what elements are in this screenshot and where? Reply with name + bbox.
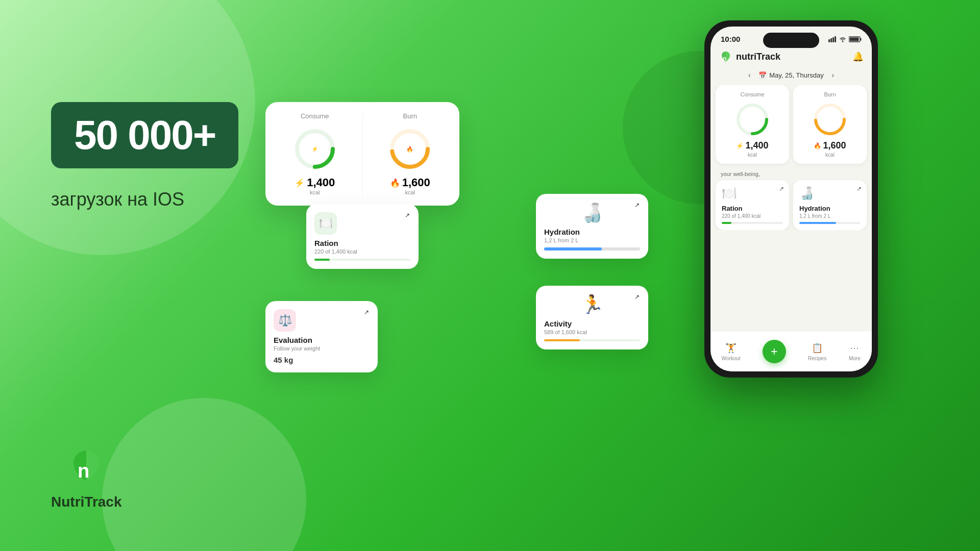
svg-rect-7 bbox=[830, 38, 832, 42]
svg-rect-11 bbox=[861, 38, 862, 40]
burn-card-unit: kcal bbox=[825, 152, 835, 158]
ration-mini-icon: 🍽️ bbox=[722, 186, 783, 201]
consume-value: ⚡ 1,400 bbox=[295, 176, 335, 189]
float-eval-card: ↗ ⚖️ Evaluation Follow your weight 45 kg bbox=[265, 301, 378, 372]
hydration-mini-title: Hydration bbox=[799, 205, 861, 212]
hydration-mini-arrow: ↗ bbox=[856, 185, 862, 192]
prev-date-button[interactable]: ‹ bbox=[744, 70, 754, 80]
next-date-button[interactable]: › bbox=[828, 70, 838, 80]
svg-text:n: n bbox=[78, 460, 89, 482]
consume-donut: ⚡ bbox=[292, 126, 338, 172]
ration-mini-progress bbox=[722, 222, 731, 224]
eval-value: 45 kg bbox=[274, 356, 370, 364]
ration-progress-fill bbox=[314, 259, 330, 261]
svg-rect-12 bbox=[850, 37, 859, 41]
calendar-icon: 📅 bbox=[758, 71, 767, 79]
eval-title: Evaluation bbox=[274, 336, 370, 344]
signal-icon bbox=[828, 36, 837, 42]
activity-progress-fill bbox=[544, 339, 580, 341]
phone-body: 10:00 bbox=[704, 20, 878, 378]
app-name: nutriTrack bbox=[736, 52, 780, 62]
add-button[interactable]: + bbox=[763, 340, 786, 363]
consume-card-value: 1,400 bbox=[745, 140, 768, 151]
float-hydration-card: ↗ 🍶 Hydration 1,2 L from 2 L bbox=[536, 194, 648, 259]
svg-rect-8 bbox=[832, 37, 834, 42]
app-content: Consume ⚡ 1,400 kcal bbox=[710, 85, 872, 230]
status-icons bbox=[828, 36, 862, 42]
burn-label: Burn bbox=[403, 112, 417, 120]
recipes-label: Recipes bbox=[808, 356, 826, 361]
activity-progress-bg bbox=[544, 339, 640, 341]
app-header: n nutriTrack 🔔 bbox=[710, 47, 872, 68]
burn-card-donut bbox=[812, 102, 848, 137]
consume-card: Consume ⚡ 1,400 kcal bbox=[716, 85, 789, 164]
more-label: More bbox=[849, 356, 861, 361]
download-number: 50 000+ bbox=[74, 115, 215, 156]
hydration-mini-card: ↗ 🍶 Hydration 1,2 L from 2 L bbox=[793, 180, 867, 230]
ration-title: Ration bbox=[314, 239, 410, 247]
bottom-grid: ↗ 🍽️ Ration 220 of 1,400 kcal ↗ 🍶 Hydrat… bbox=[716, 180, 867, 230]
consume-value-row: ⚡ 1,400 bbox=[736, 140, 768, 151]
ration-icon: 🍽️ bbox=[314, 212, 337, 235]
eval-arrow-icon: ↗ bbox=[361, 307, 372, 317]
hydration-bar-bg bbox=[544, 247, 640, 251]
nav-recipes[interactable]: 📋 Recipes bbox=[808, 342, 826, 361]
ration-mini-arrow: ↗ bbox=[779, 185, 784, 192]
consume-item: Consume ⚡ ⚡ 1,400 kcal bbox=[278, 112, 352, 195]
hydration-bar-fill bbox=[544, 247, 602, 251]
app-logo-icon: n bbox=[719, 49, 733, 64]
activity-arrow-icon: ↗ bbox=[632, 292, 642, 302]
burn-card-label: Burn bbox=[824, 91, 836, 97]
wellbeing-text: your well-being, bbox=[716, 168, 867, 180]
activity-subtitle: 589 of 1,600 kcal bbox=[544, 329, 640, 335]
phone-screen: 10:00 bbox=[710, 27, 872, 371]
burn-value: 🔥 1,600 bbox=[390, 176, 430, 189]
hydration-title: Hydration bbox=[544, 228, 640, 236]
dynamic-island bbox=[763, 33, 819, 48]
wifi-icon bbox=[839, 36, 846, 42]
nav-more[interactable]: ⋯ More bbox=[848, 342, 861, 361]
workout-icon: 🏋️ bbox=[725, 342, 737, 354]
more-icon: ⋯ bbox=[848, 342, 861, 354]
download-subtitle: загрузок на IOS bbox=[51, 189, 238, 210]
ration-arrow-icon: ↗ bbox=[402, 210, 412, 220]
ration-subtitle: 220 of 1,400 kcal bbox=[314, 248, 410, 255]
float-ration-card: ↗ 🍽️ Ration 220 of 1,400 kcal bbox=[306, 204, 419, 269]
hydration-icon: 🍶 bbox=[581, 202, 604, 223]
workout-label: Workout bbox=[722, 356, 741, 361]
ration-mini-title: Ration bbox=[722, 205, 783, 212]
logo-text: NutriTrack bbox=[51, 494, 122, 510]
hydration-arrow-icon: ↗ bbox=[632, 200, 642, 210]
download-badge: 50 000+ bbox=[51, 102, 238, 168]
nutritrack-logo-icon: n bbox=[63, 443, 109, 489]
calories-row: Consume ⚡ 1,400 kcal bbox=[716, 85, 867, 164]
svg-rect-9 bbox=[835, 36, 836, 42]
nav-workout[interactable]: 🏋️ Workout bbox=[722, 342, 741, 361]
float-calories-card: Consume ⚡ ⚡ 1,400 kcal Burn bbox=[265, 102, 459, 206]
ration-mini-progress-bg bbox=[722, 222, 783, 224]
hydration-mini-progress bbox=[799, 222, 836, 224]
notification-bell-icon[interactable]: 🔔 bbox=[852, 51, 864, 62]
activity-icon: 🏃 bbox=[544, 294, 640, 315]
eval-subtitle: Follow your weight bbox=[274, 345, 370, 352]
ration-mini-subtitle: 220 of 1,400 kcal bbox=[722, 213, 783, 219]
burn-value-row: 🔥 1,600 bbox=[814, 140, 846, 151]
svg-rect-6 bbox=[828, 39, 830, 42]
eval-icon: ⚖️ bbox=[274, 309, 296, 332]
burn-card: Burn 🔥 1,600 kcal bbox=[793, 85, 867, 164]
hydration-mini-progress-bg bbox=[799, 222, 861, 224]
consume-label: Consume bbox=[301, 112, 329, 120]
hydration-mini-subtitle: 1,2 L from 2 L bbox=[799, 213, 861, 219]
phone-mockup: 10:00 bbox=[704, 20, 878, 378]
logo-section: n NutriTrack bbox=[51, 443, 122, 510]
burn-card-value: 1,600 bbox=[823, 140, 846, 151]
status-time: 10:00 bbox=[721, 35, 740, 43]
ration-mini-card: ↗ 🍽️ Ration 220 of 1,400 kcal bbox=[716, 180, 789, 230]
date-nav: ‹ 📅 May, 25, Thursday › bbox=[710, 68, 872, 85]
app-logo: n nutriTrack bbox=[719, 49, 780, 64]
burn-unit: kcal bbox=[405, 189, 415, 195]
svg-text:n: n bbox=[723, 55, 726, 62]
ration-progress-bg bbox=[314, 259, 410, 261]
consume-unit: kcal bbox=[310, 189, 320, 195]
recipes-icon: 📋 bbox=[811, 342, 823, 354]
